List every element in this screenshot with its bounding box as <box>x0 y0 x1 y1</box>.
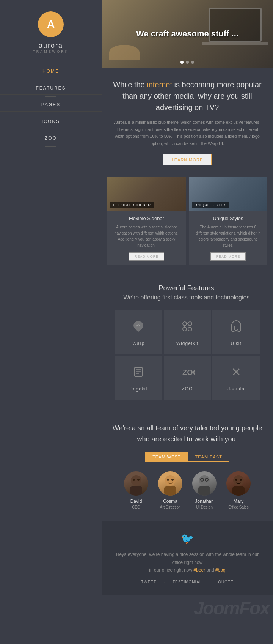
slider-dot-2[interactable] <box>186 61 189 64</box>
nav-icons[interactable]: ICONS <box>0 115 102 128</box>
brand-sub: FRAMEWORK <box>33 50 69 54</box>
team-member-jonathan: Jonathan UI Design <box>189 471 220 509</box>
twitter-text: Heya everyone, we're having a nice sessi… <box>111 551 264 574</box>
brand-name: aurora <box>39 42 63 50</box>
zoo-icon: ZOO <box>180 364 195 383</box>
member-role-jonathan: UI Design <box>189 505 220 509</box>
hash-bbq: #bbq <box>215 567 226 573</box>
nav-features[interactable]: FEATURES <box>0 82 102 95</box>
feature-card-1: FLEXIBLE SIDEBAR Flexible Sidebar Aurora… <box>107 177 186 265</box>
feature-zoo[interactable]: ZOO ZOO <box>164 356 211 400</box>
feature-joomla[interactable]: Joomla <box>212 356 260 400</box>
feature-read-more-1[interactable]: READ MORE <box>129 252 165 261</box>
team-tabs: TEAM WEST TEAM EAST <box>111 452 264 462</box>
slider-dot-3[interactable] <box>191 61 194 64</box>
member-name-jonathan: Jonathan <box>189 499 220 504</box>
pagekit-label: Pagekit <box>130 386 147 392</box>
svg-rect-23 <box>198 486 210 496</box>
tweet-link[interactable]: TWEET <box>141 580 156 584</box>
team-section: We're a small team of very talented youn… <box>102 411 273 521</box>
nav-pages[interactable]: PAGES <box>0 98 102 112</box>
svg-text:ZOO: ZOO <box>182 368 195 376</box>
features-grid: Warp <box>111 310 264 400</box>
feature-card-tag-1: FLEXIBLE SIDEBAR <box>110 202 154 208</box>
feature-card-tag-2: UNIQUE STYLES <box>192 202 229 208</box>
feature-card-title-2: Unique Styles <box>193 216 263 221</box>
ulkit-icon <box>229 319 244 337</box>
footer-twitter-links: TWEET · TESTIMONIAL · QUOTE <box>111 580 264 584</box>
svg-point-17 <box>137 479 140 481</box>
svg-point-3 <box>188 327 192 331</box>
avatar-mary <box>226 471 251 496</box>
feature-card-2: UNIQUE STYLES Unique Styles The Aurora c… <box>189 177 267 265</box>
powerful-features-section: Powerful Features. We're offering first … <box>102 273 273 411</box>
slider-dot-1[interactable] <box>180 61 184 64</box>
sidebar: A aurora FRAMEWORK HOME FEATURES PAGES I… <box>0 0 102 644</box>
hero-hand-graphic <box>109 45 140 60</box>
zoo-label: ZOO <box>182 386 193 392</box>
svg-rect-27 <box>232 486 245 496</box>
tagline-heading: While the internet is becoming more popu… <box>111 79 264 113</box>
tab-team-west[interactable]: TEAM WEST <box>145 452 188 462</box>
svg-rect-15 <box>130 486 142 496</box>
feature-cards: FLEXIBLE SIDEBAR Flexible Sidebar Aurora… <box>102 177 273 273</box>
avatar-david <box>124 471 148 496</box>
feature-warp[interactable]: Warp <box>115 310 162 354</box>
team-member-cosma: Cosma Art Direction <box>155 471 185 509</box>
team-members: David CEO <box>111 471 264 509</box>
avatar-jonathan <box>192 471 217 496</box>
hero-text: We craft awesome stuff ... <box>136 29 238 39</box>
pagekit-icon <box>131 364 146 383</box>
member-role-cosma: Art Direction <box>155 505 185 509</box>
feature-card-title-1: Flexible Sidebar <box>112 216 181 221</box>
svg-point-14 <box>131 475 141 486</box>
svg-point-13 <box>235 370 238 373</box>
slider-dots <box>102 61 273 64</box>
svg-point-28 <box>235 479 237 481</box>
feature-card-desc-1: Aurora comes with a special sidebar navi… <box>112 224 181 249</box>
logo-letter: A <box>47 18 55 30</box>
joomla-icon <box>229 364 244 383</box>
team-heading: We're a small team of very talented youn… <box>111 423 264 445</box>
feature-card-desc-2: The Aurora club theme features 6 differe… <box>193 224 263 249</box>
tagline-section: While the internet is becoming more popu… <box>102 68 273 177</box>
svg-point-21 <box>171 479 174 481</box>
feature-pagekit[interactable]: Pagekit <box>115 356 162 400</box>
feature-card-img-2: UNIQUE STYLES <box>189 177 267 211</box>
hash-beer: #beer <box>194 567 206 573</box>
team-member-david: David CEO <box>121 471 151 509</box>
internet-link[interactable]: internet <box>147 80 172 89</box>
powerful-subheading: We're offering first class tools and tec… <box>111 294 264 301</box>
feature-read-more-2[interactable]: READ MORE <box>210 252 246 261</box>
feature-widgetkit[interactable]: Widgetkit <box>164 310 211 354</box>
learn-more-button[interactable]: LEARN MORE <box>163 154 212 165</box>
quote-link[interactable]: QUOTE <box>218 580 234 584</box>
svg-point-16 <box>133 479 135 481</box>
twitter-icon: 🐦 <box>111 532 264 545</box>
svg-point-20 <box>167 479 169 481</box>
svg-point-2 <box>183 327 187 331</box>
svg-rect-8 <box>135 367 142 376</box>
nav-home[interactable]: HOME <box>0 65 102 78</box>
avatar-cosma <box>158 471 182 496</box>
tagline-description: Aurora is a minimalistic club theme, whi… <box>111 119 264 147</box>
member-name-cosma: Cosma <box>155 499 185 504</box>
feature-ulkit[interactable]: Ulkit <box>212 310 260 354</box>
testimonial-link[interactable]: TESTIMONIAL <box>173 580 202 584</box>
widgetkit-label: Widgetkit <box>176 341 198 346</box>
member-name-mary: Mary <box>223 499 254 504</box>
member-role-mary: Office Sales <box>223 505 254 509</box>
svg-point-26 <box>233 475 244 486</box>
feature-card-img-1: FLEXIBLE SIDEBAR <box>107 177 186 211</box>
footer-twitter: 🐦 Heya everyone, we're having a nice ses… <box>102 521 273 595</box>
powerful-heading: Powerful Features. <box>111 284 264 292</box>
joomfox-area: JoomFox <box>102 595 273 621</box>
svg-rect-19 <box>164 486 176 496</box>
joomla-label: Joomla <box>228 386 245 392</box>
nav-zoo[interactable]: ZOO <box>0 132 102 145</box>
main-nav: HOME FEATURES PAGES ICONS ZOO <box>0 65 102 148</box>
joomfox-logo: JoomFox <box>105 599 269 617</box>
svg-point-1 <box>188 322 192 326</box>
tab-team-east[interactable]: TEAM EAST <box>188 452 229 462</box>
warp-label: Warp <box>132 341 144 346</box>
